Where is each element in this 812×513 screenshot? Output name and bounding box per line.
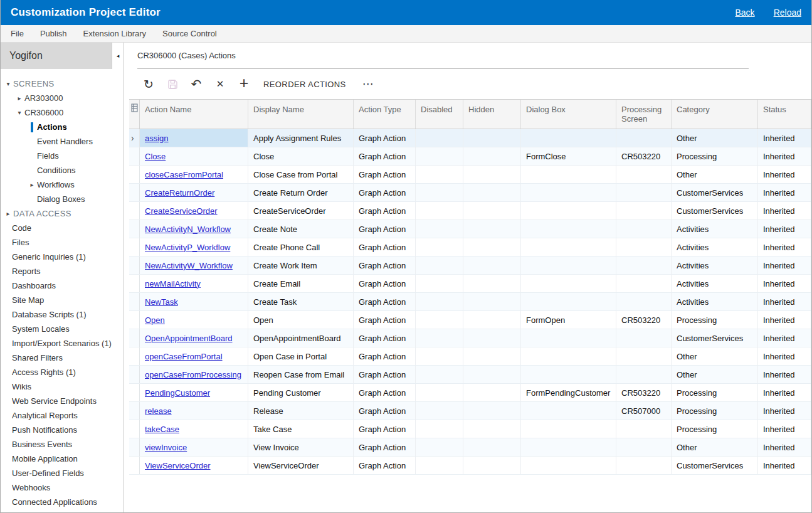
sidebar-item-conditions[interactable]: Conditions — [1, 163, 124, 177]
table-row[interactable]: CloseCloseGraph ActionFormCloseCR503220P… — [129, 147, 811, 166]
menu-item-source-control[interactable]: Source Control — [162, 29, 217, 38]
reorder-actions-button[interactable]: REORDER ACTIONS — [263, 80, 346, 89]
chevron-right-icon[interactable]: ▸ — [28, 177, 36, 192]
menu-item-publish[interactable]: Publish — [40, 29, 67, 38]
sidebar-item-system-locales[interactable]: System Locales — [1, 322, 124, 336]
table-row[interactable]: openCaseFromProcessingReopen Case from E… — [129, 366, 811, 384]
sidebar-item-generic-inquiries-1-[interactable]: Generic Inquiries (1) — [1, 250, 124, 264]
column-header-disabled[interactable]: Disabled — [416, 100, 463, 129]
delete-button[interactable]: ✕ — [208, 74, 232, 94]
row-selector-cell[interactable] — [129, 438, 140, 456]
table-row[interactable]: ›assignApply Assignment RulesGraph Actio… — [129, 129, 811, 147]
action-name-link[interactable]: NewTask — [145, 297, 178, 307]
row-selector-cell[interactable] — [129, 275, 140, 292]
menu-item-extension-library[interactable]: Extension Library — [83, 29, 146, 38]
row-selector-cell[interactable] — [129, 147, 140, 165]
sidebar-item-connected-applications[interactable]: Connected Applications — [1, 495, 124, 509]
sidebar-collapse-button[interactable]: ◂ — [112, 43, 124, 69]
sidebar-item-ar303000[interactable]: ▸AR303000 — [1, 91, 124, 105]
column-header-action-name[interactable]: Action Name — [140, 100, 248, 129]
sidebar-item-dialog-boxes[interactable]: Dialog Boxes — [1, 192, 124, 206]
row-selector-cell[interactable] — [129, 402, 140, 420]
chevron-right-icon[interactable]: ▸ — [4, 206, 12, 221]
row-selector-cell[interactable] — [129, 220, 140, 238]
column-header-display-name[interactable]: Display Name — [248, 100, 354, 129]
action-name-link[interactable]: NewActivityW_Workflow — [145, 261, 233, 270]
sidebar-item-data-access[interactable]: ▸DATA ACCESS — [1, 206, 124, 221]
table-row[interactable]: OpenOpenGraph ActionFormOpenCR503220Proc… — [129, 311, 811, 329]
chevron-down-icon[interactable]: ▾ — [16, 105, 23, 120]
action-name-link[interactable]: viewInvoice — [145, 443, 187, 452]
action-name-link[interactable]: openCaseFromPortal — [145, 352, 223, 361]
sidebar-item-web-service-endpoints[interactable]: Web Service Endpoints — [1, 394, 124, 408]
table-row[interactable]: closeCaseFromPortalClose Case from Porta… — [129, 166, 811, 184]
add-button[interactable]: + — [232, 74, 256, 94]
table-row[interactable]: newMailActivityCreate EmailGraph ActionA… — [129, 275, 811, 293]
action-name-link[interactable]: OpenAppointmentBoard — [145, 334, 232, 343]
grid-settings-cell[interactable] — [129, 100, 140, 129]
sidebar-item-access-rights-1-[interactable]: Access Rights (1) — [1, 365, 124, 379]
sidebar-item-mobile-application[interactable]: Mobile Application — [1, 452, 124, 466]
chevron-right-icon[interactable]: ▸ — [16, 91, 23, 105]
column-header-status[interactable]: Status — [758, 100, 811, 129]
table-row[interactable]: openCaseFromPortalOpen Case in PortalGra… — [129, 347, 811, 366]
column-header-processing-screen[interactable]: Processing Screen — [616, 100, 672, 129]
table-row[interactable]: PendingCustomerPending CustomerGraph Act… — [129, 384, 811, 402]
refresh-button[interactable]: ↻ — [137, 74, 161, 94]
sidebar-item-analytical-reports[interactable]: Analytical Reports — [1, 408, 124, 423]
sidebar-item-dashboards[interactable]: Dashboards — [1, 278, 124, 293]
sidebar-item-user-defined-fields[interactable]: User-Defined Fields — [1, 466, 124, 480]
action-name-link[interactable]: PendingCustomer — [145, 388, 210, 398]
column-header-action-type[interactable]: Action Type — [354, 100, 416, 129]
row-selector-cell[interactable] — [129, 293, 140, 310]
sidebar-item-push-notifications[interactable]: Push Notifications — [1, 423, 124, 437]
sidebar-item-business-events[interactable]: Business Events — [1, 437, 124, 452]
row-selector-cell[interactable] — [129, 184, 140, 201]
row-selector-cell[interactable] — [129, 256, 140, 274]
table-row[interactable]: NewActivityN_WorkflowCreate NoteGraph Ac… — [129, 220, 811, 238]
sidebar-item-database-scripts-1-[interactable]: Database Scripts (1) — [1, 307, 124, 322]
action-name-link[interactable]: Open — [145, 315, 165, 325]
table-row[interactable]: OpenAppointmentBoardOpenAppointmentBoard… — [129, 329, 811, 347]
row-selector-cell[interactable] — [129, 366, 140, 383]
action-name-link[interactable]: CreateServiceOrder — [145, 206, 218, 216]
row-selector-cell[interactable] — [129, 347, 140, 365]
reload-link[interactable]: Reload — [774, 8, 801, 18]
row-selector-cell[interactable] — [129, 311, 140, 329]
action-name-link[interactable]: closeCaseFromPortal — [145, 170, 223, 179]
sidebar-item-wikis[interactable]: Wikis — [1, 379, 124, 394]
sidebar-item-import-export-scenarios-1-[interactable]: Import/Export Scenarios (1) — [1, 336, 124, 351]
row-selector-cell[interactable] — [129, 202, 140, 219]
row-selector-cell[interactable] — [129, 166, 140, 183]
row-selector-cell[interactable]: › — [129, 129, 140, 147]
menu-item-file[interactable]: File — [11, 29, 24, 38]
action-name-link[interactable]: NewActivityP_Workflow — [145, 243, 230, 252]
table-row[interactable]: ViewServiceOrderViewServiceOrderGraph Ac… — [129, 457, 811, 475]
table-row[interactable]: NewActivityW_WorkflowCreate Work ItemGra… — [129, 256, 811, 275]
action-name-link[interactable]: assign — [145, 134, 169, 143]
action-name-link[interactable]: release — [145, 406, 172, 416]
sidebar-item-cr306000[interactable]: ▾CR306000 — [1, 105, 124, 120]
action-name-link[interactable]: Close — [145, 152, 166, 161]
row-selector-cell[interactable] — [129, 457, 140, 474]
back-link[interactable]: Back — [736, 8, 755, 18]
table-row[interactable]: CreateReturnOrderCreate Return OrderGrap… — [129, 184, 811, 202]
sidebar-item-actions[interactable]: Actions — [1, 120, 124, 134]
sidebar-item-fields[interactable]: Fields — [1, 149, 124, 163]
more-options-button[interactable]: ⋯ — [362, 77, 375, 91]
column-header-category[interactable]: Category — [672, 100, 758, 129]
row-selector-cell[interactable] — [129, 384, 140, 401]
row-selector-cell[interactable] — [129, 329, 140, 347]
sidebar-item-site-map[interactable]: Site Map — [1, 293, 124, 307]
table-row[interactable]: releaseReleaseGraph ActionCR507000Proces… — [129, 402, 811, 420]
table-row[interactable]: CreateServiceOrderCreateServiceOrderGrap… — [129, 202, 811, 220]
sidebar-item-event-handlers[interactable]: Event Handlers — [1, 134, 124, 149]
action-name-link[interactable]: ViewServiceOrder — [145, 461, 211, 470]
action-name-link[interactable]: takeCase — [145, 425, 179, 434]
column-header-dialog-box[interactable]: Dialog Box — [521, 100, 616, 129]
undo-button[interactable]: ↶ — [184, 74, 208, 94]
table-row[interactable]: viewInvoiceView InvoiceGraph ActionOther… — [129, 438, 811, 457]
sidebar-item-files[interactable]: Files — [1, 235, 124, 250]
sidebar-item-code[interactable]: Code — [1, 221, 124, 235]
table-row[interactable]: takeCaseTake CaseGraph ActionProcessingI… — [129, 420, 811, 438]
